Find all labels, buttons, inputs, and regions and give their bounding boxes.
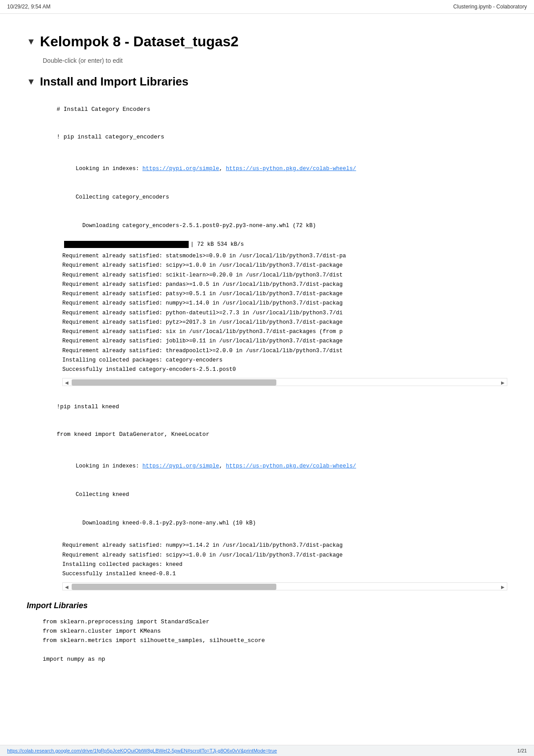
- code-block-3: from sklearn.preprocessing import Standa…: [43, 618, 507, 664]
- output-block-2b: Requirement already satisfied: numpy>=1.…: [62, 541, 507, 579]
- bottom-bar-url[interactable]: https://colab.research.google.com/drive/…: [7, 748, 277, 753]
- code-line: from sklearn.metrics import silhouette_s…: [43, 636, 507, 646]
- code-line: from sklearn.cluster import KMeans: [43, 627, 507, 636]
- code-line-1a: # Install Category Encoders: [57, 106, 150, 113]
- page-title-label: Clustering.ipynb - Colaboratory: [453, 4, 527, 10]
- req-line: Requirement already satisfied: patsy>=0.…: [62, 289, 507, 299]
- scrollbar-2[interactable]: ◀ ▶: [62, 582, 507, 590]
- req-line: Requirement already satisfied: pandas>=1…: [62, 280, 507, 289]
- output2-link1[interactable]: https://pypi.org/simple: [142, 463, 219, 469]
- code-block-1: # Install Category Encoders ! pip instal…: [43, 96, 507, 151]
- import-heading: Import Libraries: [27, 601, 507, 610]
- top-bar: 10/29/22, 9:54 AM Clustering.ipynb - Col…: [0, 0, 534, 14]
- bottom-bar: https://colab.research.google.com/drive/…: [0, 745, 534, 756]
- progress-suffix-1: | 72 kB 534 kB/s: [190, 241, 244, 248]
- req-line: Successfully installed category-encoders…: [62, 365, 507, 374]
- output1-line3: Downloading category_encoders-2.5.1.post…: [76, 223, 316, 229]
- req-line: Installing collected packages: category-…: [62, 356, 507, 365]
- bottom-bar-page: 1/21: [518, 748, 527, 753]
- progress-bar-row-1: | 72 kB 534 kB/s: [62, 241, 507, 248]
- import-heading-text: Import Libraries: [27, 601, 88, 610]
- section2-heading: Install and Import Libraries: [40, 75, 189, 89]
- req-line: Requirement already satisfied: statsmode…: [62, 252, 507, 261]
- scrollbar-left-arrow-2[interactable]: ◀: [63, 583, 71, 590]
- req-line: Requirement already satisfied: numpy>=1.…: [62, 541, 507, 550]
- output1-line1-prefix: Looking in indexes:: [76, 166, 142, 172]
- section2-heading-row: ▼ Install and Import Libraries: [27, 75, 507, 89]
- output-block-1: Looking in indexes: https://pypi.org/sim…: [62, 155, 507, 240]
- req-line: Requirement already satisfied: scipy>=1.…: [62, 261, 507, 270]
- collapse-icon-1[interactable]: ▼: [27, 37, 36, 47]
- code-block-2: !pip install kneed from kneed import Dat…: [43, 393, 507, 449]
- scrollbar-right-arrow-2[interactable]: ▶: [499, 583, 507, 590]
- main-heading: Kelompok 8 - Dataset_tugas2: [40, 33, 239, 50]
- req-line: Successfully installed kneed-0.8.1: [62, 569, 507, 579]
- subtitle-text: Double-click (or enter) to edit: [43, 57, 507, 64]
- scrollbar-thumb-1: [72, 379, 276, 386]
- output2-line3: Downloading kneed-0.8.1-py2.py3-none-any…: [76, 520, 256, 526]
- output2-line2: Collecting kneed: [76, 492, 129, 498]
- output1-link1[interactable]: https://pypi.org/simple: [142, 166, 219, 172]
- code-line: import numpy as np: [43, 655, 507, 664]
- req-line: Requirement already satisfied: pytz>=201…: [62, 318, 507, 327]
- code-line-2b: from kneed import DataGenerator, KneeLoc…: [57, 431, 209, 438]
- req-line: Installing collected packages: kneed: [62, 560, 507, 569]
- code-line: from sklearn.preprocessing import Standa…: [43, 618, 507, 627]
- req-line: Requirement already satisfied: scikit-le…: [62, 271, 507, 280]
- scrollbar-1[interactable]: ◀ ▶: [62, 378, 507, 386]
- output-block-1b: Requirement already satisfied: statsmode…: [62, 252, 507, 374]
- collapse-icon-2[interactable]: ▼: [27, 77, 36, 87]
- progress-bar-1: [64, 241, 189, 248]
- scrollbar-left-arrow-1[interactable]: ◀: [63, 378, 71, 386]
- datetime-label: 10/29/22, 9:54 AM: [7, 4, 50, 10]
- scrollbar-thumb-2: [72, 584, 276, 590]
- req-line: Requirement already satisfied: python-da…: [62, 309, 507, 318]
- page-content: ▼ Kelompok 8 - Dataset_tugas2 Double-cli…: [0, 14, 534, 691]
- output1-comma: ,: [219, 166, 223, 172]
- output2-line1-prefix: Looking in indexes:: [76, 463, 142, 469]
- code-line-1b: ! pip install category_encoders: [57, 134, 164, 140]
- req-line: Requirement already satisfied: scipy>=1.…: [62, 551, 507, 560]
- req-line: Requirement already satisfied: joblib>=0…: [62, 337, 507, 346]
- code-line: [43, 646, 507, 655]
- output2-link2[interactable]: https://us-python.pkg.dev/colab-wheels/: [226, 463, 356, 469]
- output2-comma: ,: [219, 463, 223, 469]
- scrollbar-right-arrow-1[interactable]: ▶: [499, 378, 507, 386]
- req-line: Requirement already satisfied: threadpoo…: [62, 346, 507, 356]
- req-line: Requirement already satisfied: six in /u…: [62, 327, 507, 337]
- main-heading-section: ▼ Kelompok 8 - Dataset_tugas2: [27, 33, 507, 50]
- output1-line2: Collecting category_encoders: [76, 194, 169, 200]
- code-line-2a: !pip install kneed: [57, 403, 119, 410]
- req-line: Requirement already satisfied: numpy>=1.…: [62, 299, 507, 308]
- output-block-2: Looking in indexes: https://pypi.org/sim…: [62, 452, 507, 537]
- output1-link2[interactable]: https://us-python.pkg.dev/colab-wheels/: [226, 166, 356, 172]
